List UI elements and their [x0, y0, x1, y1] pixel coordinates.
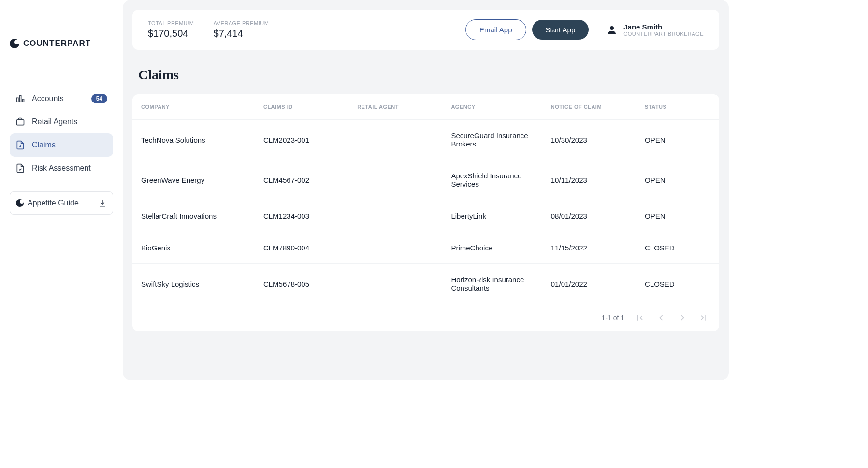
- cell-notice: 10/11/2023: [543, 160, 637, 200]
- cell-retail_agent: [349, 120, 443, 160]
- main-content: TOTAL PREMIUM $170,504 AVERAGE PREMIUM $…: [123, 0, 729, 380]
- appetite-guide-button[interactable]: Appetite Guide: [10, 191, 113, 215]
- brand-name: COUNTERPART: [23, 39, 91, 48]
- header-actions: Email App Start App Jane Smith COUNTERPA…: [465, 19, 704, 40]
- cell-retail_agent: [349, 160, 443, 200]
- cell-agency: HorizonRisk Insurance Consultants: [443, 264, 543, 304]
- email-app-button[interactable]: Email App: [465, 19, 526, 40]
- app-root: COUNTERPART Accounts 54 Retail Agents: [0, 0, 729, 380]
- sidebar-item-label: Claims: [32, 141, 56, 149]
- sidebar: COUNTERPART Accounts 54 Retail Agents: [0, 0, 123, 380]
- table-row[interactable]: TechNova SolutionsCLM2023-001SecureGuard…: [132, 120, 719, 160]
- start-app-button[interactable]: Start App: [532, 20, 589, 40]
- cell-notice: 10/30/2023: [543, 120, 637, 160]
- cell-status: OPEN: [637, 200, 719, 232]
- download-icon: [98, 199, 107, 207]
- user-icon: [606, 24, 618, 36]
- total-premium-label: TOTAL PREMIUM: [148, 20, 194, 26]
- accounts-badge: 54: [91, 94, 107, 103]
- cell-company: TechNova Solutions: [132, 120, 256, 160]
- cell-agency: ApexShield Insurance Services: [443, 160, 543, 200]
- file-dollar-icon: [15, 140, 25, 150]
- user-info: Jane Smith COUNTERPART BROKERAGE: [623, 23, 704, 37]
- cell-claims_id: CLM2023-001: [256, 120, 349, 160]
- cell-status: CLOSED: [637, 232, 719, 264]
- col-agency[interactable]: AGENCY: [443, 94, 543, 120]
- svg-point-4: [610, 26, 614, 30]
- user-name: Jane Smith: [623, 23, 704, 31]
- cell-agency: LibertyLink: [443, 200, 543, 232]
- col-notice[interactable]: NOTICE OF CLAIM: [543, 94, 637, 120]
- cell-agency: PrimeChoice: [443, 232, 543, 264]
- sidebar-item-retail-agents[interactable]: Retail Agents: [10, 110, 113, 133]
- nav-list: Accounts 54 Retail Agents Claims Risk A: [10, 87, 113, 180]
- avg-premium-value: $7,414: [214, 28, 269, 39]
- sidebar-item-claims[interactable]: Claims: [10, 133, 113, 157]
- file-check-icon: [15, 163, 25, 173]
- table-row[interactable]: StellarCraft InnovationsCLM1234-003Liber…: [132, 200, 719, 232]
- bar-chart-icon: [15, 94, 25, 103]
- page-title: Claims: [138, 67, 713, 83]
- claims-table-card: COMPANY CLAIMS ID RETAIL AGENT AGENCY NO…: [132, 94, 719, 331]
- user-block[interactable]: Jane Smith COUNTERPART BROKERAGE: [606, 23, 704, 37]
- user-org: COUNTERPART BROKERAGE: [623, 31, 704, 37]
- next-page-button[interactable]: [677, 312, 688, 323]
- appetite-label: Appetite Guide: [28, 199, 79, 207]
- table-header-row: COMPANY CLAIMS ID RETAIL AGENT AGENCY NO…: [132, 94, 719, 120]
- svg-rect-3: [17, 120, 24, 125]
- col-company[interactable]: COMPANY: [132, 94, 256, 120]
- cell-agency: SecureGuard Insurance Brokers: [443, 120, 543, 160]
- table-row[interactable]: SwiftSky LogisticsCLM5678-005HorizonRisk…: [132, 264, 719, 304]
- prev-page-button[interactable]: [655, 312, 667, 323]
- total-premium-block: TOTAL PREMIUM $170,504: [148, 20, 194, 39]
- pagination: 1-1 of 1: [132, 304, 719, 331]
- sidebar-item-label: Risk Assessment: [32, 164, 91, 173]
- col-retail-agent[interactable]: RETAIL AGENT: [349, 94, 443, 120]
- cell-company: BioGenix: [132, 232, 256, 264]
- cell-claims_id: CLM7890-004: [256, 232, 349, 264]
- claims-table: COMPANY CLAIMS ID RETAIL AGENT AGENCY NO…: [132, 94, 719, 304]
- svg-rect-0: [17, 98, 18, 102]
- cell-retail_agent: [349, 200, 443, 232]
- cell-retail_agent: [349, 232, 443, 264]
- table-row[interactable]: GreenWave EnergyCLM4567-002ApexShield In…: [132, 160, 719, 200]
- table-row[interactable]: BioGenixCLM7890-004PrimeChoice11/15/2022…: [132, 232, 719, 264]
- cell-retail_agent: [349, 264, 443, 304]
- cell-company: SwiftSky Logistics: [132, 264, 256, 304]
- col-status[interactable]: STATUS: [637, 94, 719, 120]
- col-claims-id[interactable]: CLAIMS ID: [256, 94, 349, 120]
- sidebar-item-label: Accounts: [32, 94, 64, 103]
- pagination-range: 1-1 of 1: [602, 314, 624, 322]
- logo-mark-small-icon: [16, 199, 24, 207]
- cell-claims_id: CLM1234-003: [256, 200, 349, 232]
- briefcase-icon: [15, 117, 25, 127]
- cell-company: GreenWave Energy: [132, 160, 256, 200]
- svg-rect-2: [22, 99, 24, 102]
- first-page-button[interactable]: [634, 312, 646, 323]
- cell-claims_id: CLM4567-002: [256, 160, 349, 200]
- brand-logo: COUNTERPART: [10, 39, 113, 48]
- cell-company: StellarCraft Innovations: [132, 200, 256, 232]
- cell-notice: 11/15/2022: [543, 232, 637, 264]
- cell-notice: 08/01/2023: [543, 200, 637, 232]
- svg-rect-1: [19, 95, 21, 102]
- logo-mark-icon: [10, 39, 19, 48]
- cell-status: CLOSED: [637, 264, 719, 304]
- cell-notice: 01/01/2022: [543, 264, 637, 304]
- cell-claims_id: CLM5678-005: [256, 264, 349, 304]
- last-page-button[interactable]: [698, 312, 709, 323]
- cell-status: OPEN: [637, 160, 719, 200]
- total-premium-value: $170,504: [148, 28, 194, 39]
- avg-premium-label: AVERAGE PREMIUM: [214, 20, 269, 26]
- sidebar-item-accounts[interactable]: Accounts 54: [10, 87, 113, 110]
- cell-status: OPEN: [637, 120, 719, 160]
- avg-premium-block: AVERAGE PREMIUM $7,414: [214, 20, 269, 39]
- sidebar-item-label: Retail Agents: [32, 117, 77, 126]
- sidebar-item-risk-assessment[interactable]: Risk Assessment: [10, 157, 113, 180]
- header-card: TOTAL PREMIUM $170,504 AVERAGE PREMIUM $…: [132, 10, 719, 50]
